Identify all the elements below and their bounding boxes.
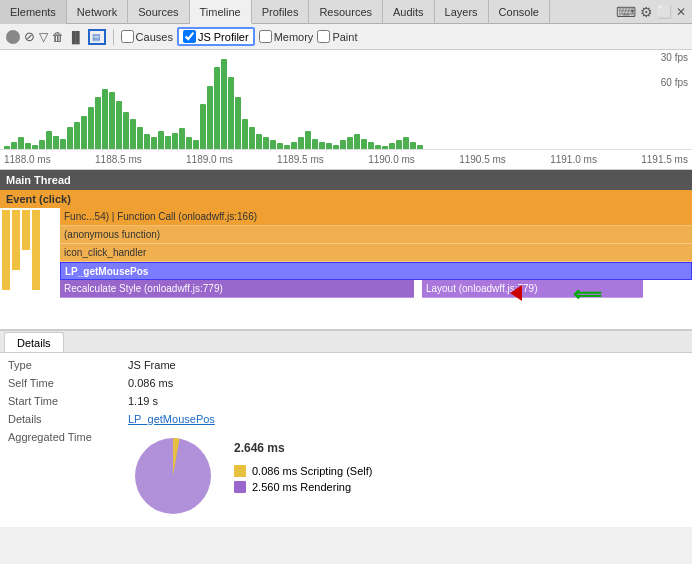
- lp-getmousepos-row[interactable]: LP_getMousePos: [60, 262, 692, 280]
- type-value: JS Frame: [128, 359, 176, 371]
- timeline-bar: [319, 142, 325, 150]
- legend-scripting: 0.086 ms Scripting (Self): [234, 465, 372, 477]
- timeline-bar: [95, 97, 101, 150]
- timeline-bar: [74, 122, 80, 149]
- red-triangle-icon: [510, 285, 522, 301]
- flame-chart-icon[interactable]: ▤: [88, 29, 106, 45]
- trash-icon[interactable]: 🗑: [52, 30, 64, 44]
- paint-checkbox-label[interactable]: Paint: [317, 30, 357, 43]
- filter-bar: ⊘ ▽ 🗑 ▐▌ ▤ Causes JS Profiler Memory Pai…: [0, 24, 692, 50]
- timeline-bar: [347, 137, 353, 149]
- details-section: Details Type JS Frame Self Time 0.086 ms…: [0, 330, 692, 527]
- timeline-bar: [403, 137, 409, 149]
- memory-checkbox-label[interactable]: Memory: [259, 30, 314, 43]
- timeline-bar: [67, 127, 73, 150]
- close-icon[interactable]: ✕: [676, 5, 686, 19]
- bar-chart-icon[interactable]: ▐▌: [68, 31, 84, 43]
- tab-sources[interactable]: Sources: [128, 0, 189, 24]
- tab-audits[interactable]: Audits: [383, 0, 435, 24]
- time-ruler: 1188.0 ms 1188.5 ms 1189.0 ms 1189.5 ms …: [0, 149, 692, 169]
- timeline-bar: [249, 127, 255, 150]
- timeline-bar: [186, 137, 192, 149]
- timeline-bar: [18, 137, 24, 149]
- nav-tabs: Elements Network Sources Timeline Profil…: [0, 0, 692, 24]
- rendering-color-swatch: [234, 481, 246, 493]
- timeline-bar: [235, 97, 241, 150]
- type-label: Type: [8, 359, 128, 371]
- start-time-row: Start Time 1.19 s: [0, 393, 692, 411]
- fps-60-label: 60 fps: [661, 77, 688, 88]
- details-tab[interactable]: Details: [4, 332, 64, 352]
- legend-rendering: 2.560 ms Rendering: [234, 481, 372, 493]
- memory-checkbox[interactable]: [259, 30, 272, 43]
- timeline-bar: [256, 134, 262, 149]
- details-link[interactable]: LP_getMousePos: [128, 413, 215, 425]
- fps-labels: 30 fps 60 fps: [661, 50, 688, 88]
- timeline-bar: [242, 119, 248, 149]
- timeline-bar: [368, 142, 374, 150]
- filter-icon[interactable]: ▽: [39, 30, 48, 44]
- paint-checkbox[interactable]: [317, 30, 330, 43]
- timeline-bar: [11, 142, 17, 150]
- aggregated-section: 2.646 ms 0.086 ms Scripting (Self) 2.560…: [128, 431, 372, 521]
- layout-row: Layout (onloadwff.js:779): [422, 280, 643, 298]
- timeline-bar: [298, 137, 304, 149]
- tab-console[interactable]: Console: [489, 0, 550, 24]
- tab-network[interactable]: Network: [67, 0, 128, 24]
- tab-profiles[interactable]: Profiles: [252, 0, 310, 24]
- terminal-icon[interactable]: ⌨: [616, 4, 636, 20]
- timeline-area: 30 fps 60 fps 1188.0 ms 1188.5 ms 1189.0…: [0, 50, 692, 170]
- causes-checkbox[interactable]: [121, 30, 134, 43]
- timeline-bar: [39, 140, 45, 149]
- bars-area: [0, 50, 652, 149]
- js-profiler-label: JS Profiler: [198, 31, 249, 43]
- timeline-bar: [305, 131, 311, 149]
- aggregated-total-time: 2.646 ms: [234, 441, 372, 455]
- causes-checkbox-label[interactable]: Causes: [121, 30, 173, 43]
- tab-resources[interactable]: Resources: [309, 0, 383, 24]
- timeline-bar: [109, 92, 115, 149]
- paint-label: Paint: [332, 31, 357, 43]
- timeline-bar: [291, 142, 297, 150]
- main-thread-header: Main Thread: [0, 170, 692, 190]
- timeline-bar: [137, 127, 143, 150]
- timeline-bar: [53, 136, 59, 150]
- timeline-bar: [361, 139, 367, 150]
- timeline-bar: [88, 107, 94, 149]
- timeline-bar: [193, 140, 199, 149]
- aggregated-time-row: Aggregated Time 2.646 ms 0.086 ms: [0, 429, 692, 523]
- settings-icon[interactable]: ⚙: [640, 4, 653, 20]
- self-time-label: Self Time: [8, 377, 128, 389]
- details-tab-bar: Details: [0, 331, 692, 353]
- scripting-color-swatch: [234, 465, 246, 477]
- timeline-bar: [123, 112, 129, 150]
- tab-elements[interactable]: Elements: [0, 0, 67, 24]
- timeline-bar: [221, 59, 227, 149]
- stop-icon[interactable]: ⊘: [24, 29, 35, 44]
- timeline-bar: [354, 134, 360, 149]
- pie-chart: [128, 431, 218, 521]
- left-bars: [0, 208, 60, 329]
- record-icon[interactable]: [6, 30, 20, 44]
- self-time-value: 0.086 ms: [128, 377, 173, 389]
- timeline-bar: [81, 116, 87, 149]
- memory-label: Memory: [274, 31, 314, 43]
- timeline-bar: [179, 128, 185, 149]
- causes-label: Causes: [136, 31, 173, 43]
- tab-layers[interactable]: Layers: [435, 0, 489, 24]
- fps-30-label: 30 fps: [661, 52, 688, 63]
- timeline-bar: [130, 119, 136, 149]
- timeline-bar: [158, 131, 164, 149]
- pie-legend: 2.646 ms 0.086 ms Scripting (Self) 2.560…: [234, 431, 372, 493]
- timeline-bar: [340, 140, 346, 149]
- timeline-bar: [312, 139, 318, 150]
- scripting-legend-label: 0.086 ms Scripting (Self): [252, 465, 372, 477]
- details-table: Type JS Frame Self Time 0.086 ms Start T…: [0, 353, 692, 527]
- js-profiler-group: JS Profiler: [177, 27, 255, 46]
- start-time-label: Start Time: [8, 395, 128, 407]
- green-arrow-icon: ⟸: [573, 282, 602, 306]
- dock-icon[interactable]: ⬜: [657, 5, 672, 19]
- tab-timeline[interactable]: Timeline: [190, 0, 252, 24]
- js-profiler-checkbox[interactable]: [183, 30, 196, 43]
- timeline-bar: [116, 101, 122, 149]
